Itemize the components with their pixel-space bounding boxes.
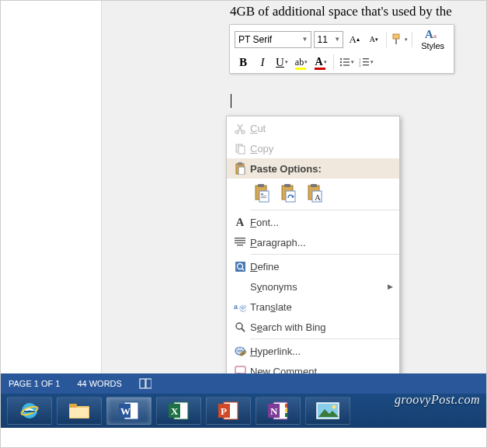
svg-rect-40 [237, 245, 243, 246]
menu-synonyms[interactable]: Synonyms ▶ [227, 276, 399, 297]
chevron-down-icon: ▾ [285, 59, 288, 65]
svg-rect-39 [235, 242, 245, 244]
svg-rect-53 [140, 379, 145, 388]
svg-text:a: a [433, 32, 437, 40]
styles-button[interactable]: Aa Styles [416, 28, 449, 50]
svg-rect-21 [238, 162, 242, 165]
svg-rect-7 [343, 61, 350, 62]
numbering-icon: 123 [359, 57, 370, 68]
menu-cut[interactable]: Cut [227, 118, 399, 138]
paste-icon [235, 162, 246, 175]
hyperlink-icon [234, 346, 246, 357]
search-icon [235, 321, 246, 333]
svg-text:P: P [221, 405, 227, 417]
submenu-arrow-icon: ▶ [388, 283, 393, 290]
svg-point-8 [339, 64, 341, 66]
cut-icon [235, 123, 246, 134]
highlight-button[interactable]: ab ▾ [293, 54, 310, 71]
svg-text:W: W [120, 405, 130, 417]
chevron-down-icon: ▼ [302, 36, 308, 43]
svg-text:N: N [270, 405, 278, 417]
svg-rect-38 [235, 240, 245, 241]
svg-rect-30 [284, 184, 290, 187]
underline-button[interactable]: U▾ [273, 54, 290, 71]
menu-hyperlink[interactable]: Hyperlink... [227, 341, 399, 361]
paste-options-label: Paste Options: [250, 163, 393, 175]
status-page[interactable]: PAGE 1 OF 1 [9, 379, 60, 388]
svg-line-47 [242, 328, 245, 332]
context-menu: Cut Copy Paste Options: A A Font... Para… [226, 116, 400, 384]
menu-paste-options: Paste Options: [227, 158, 399, 179]
styles-label: Styles [421, 42, 444, 50]
reading-view-icon[interactable] [139, 377, 151, 390]
svg-rect-9 [343, 64, 350, 65]
word-icon: W [118, 401, 140, 421]
taskbar-photos[interactable] [305, 397, 350, 425]
svg-text:X: X [171, 405, 179, 417]
menu-paragraph[interactable]: Paragraph... [227, 232, 399, 252]
taskbar-ie[interactable] [7, 397, 52, 425]
menu-define[interactable]: Define [227, 256, 399, 276]
taskbar-explorer[interactable] [57, 397, 102, 425]
paste-keep-source[interactable] [252, 182, 272, 205]
format-painter-button[interactable]: ▾ [391, 31, 408, 48]
document-text[interactable]: 4GB of additional space that's used by t… [230, 4, 452, 19]
status-bar: PAGE 1 OF 1 44 WORDS [1, 373, 487, 394]
copy-icon [235, 143, 246, 155]
excel-icon: X [168, 401, 190, 421]
bullets-button[interactable]: ▾ [338, 54, 355, 71]
svg-rect-72 [285, 408, 287, 412]
ie-icon [19, 400, 40, 422]
paste-merge[interactable] [278, 182, 298, 205]
taskbar-excel[interactable]: X [156, 397, 201, 425]
format-painter-icon [391, 33, 404, 46]
svg-point-46 [236, 323, 242, 329]
svg-rect-54 [146, 379, 151, 388]
svg-rect-51 [235, 366, 245, 373]
svg-rect-13 [363, 61, 369, 62]
mini-toolbar: PT Serif ▼ 11 ▼ A▴ A▾ ▾ Aa Styles B I U▾… [229, 24, 454, 74]
font-name-combo[interactable]: PT Serif ▼ [235, 31, 311, 48]
menu-translate[interactable]: a㊥ Translate [227, 297, 399, 317]
menu-copy[interactable]: Copy [227, 138, 399, 158]
define-icon [235, 261, 246, 273]
menu-search-bing[interactable]: Search with Bing [227, 317, 399, 337]
svg-point-4 [339, 58, 341, 60]
font-color-button[interactable]: A ▾ [312, 54, 329, 71]
watermark: groovyPost.com [395, 393, 480, 407]
svg-rect-26 [261, 193, 263, 195]
taskbar-powerpoint[interactable]: P [206, 397, 251, 425]
bold-button[interactable]: B [235, 54, 252, 71]
font-size-combo[interactable]: 11 ▼ [314, 31, 343, 48]
svg-point-6 [339, 61, 341, 63]
onenote-icon: N [267, 401, 289, 421]
italic-button[interactable]: I [254, 54, 271, 71]
svg-rect-37 [235, 238, 245, 239]
grow-font-button[interactable]: A▴ [346, 31, 363, 48]
paste-text-only[interactable]: A [304, 182, 325, 205]
font-icon: A [236, 216, 245, 229]
taskbar-word[interactable]: W [106, 397, 151, 425]
svg-text:3: 3 [359, 64, 361, 68]
svg-rect-59 [69, 404, 77, 408]
svg-point-78 [332, 405, 336, 409]
paste-options-row: A [227, 179, 399, 208]
bullets-icon [339, 57, 350, 68]
styles-icon: Aa [425, 28, 440, 40]
status-words[interactable]: 44 WORDS [77, 379, 121, 388]
menu-font[interactable]: A Font... [227, 212, 399, 232]
page-left-margin [1, 1, 102, 373]
shrink-font-button[interactable]: A▾ [365, 31, 382, 48]
svg-rect-22 [238, 167, 245, 175]
taskbar-onenote[interactable]: N [256, 397, 301, 425]
svg-text:A: A [315, 193, 321, 202]
svg-rect-27 [261, 196, 266, 196]
numbering-button[interactable]: 123 ▾ [357, 54, 374, 71]
svg-rect-19 [238, 146, 245, 154]
svg-rect-1 [395, 39, 397, 44]
svg-rect-24 [258, 184, 264, 187]
svg-text:a: a [234, 303, 238, 311]
svg-rect-73 [285, 413, 287, 417]
svg-rect-60 [70, 408, 89, 418]
svg-rect-11 [363, 58, 369, 59]
